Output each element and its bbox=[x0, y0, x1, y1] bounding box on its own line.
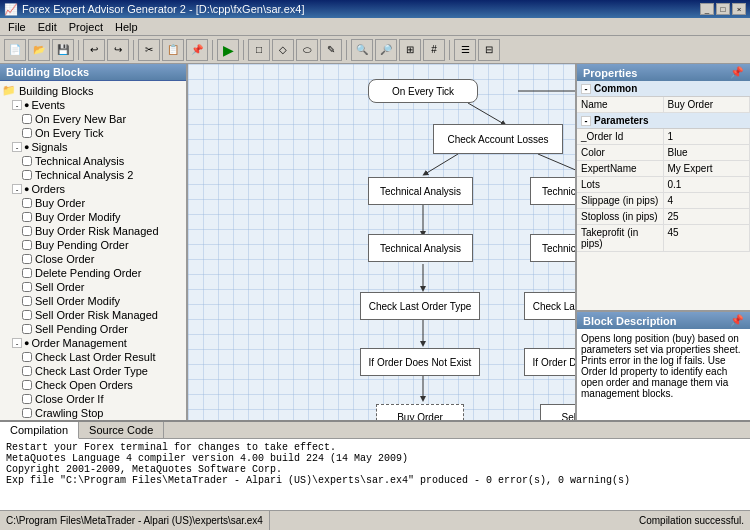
open-button[interactable]: 📂 bbox=[28, 39, 50, 61]
tree-item[interactable]: -●Order Management bbox=[2, 336, 184, 350]
tree-item[interactable]: Crawling Stop bbox=[2, 406, 184, 420]
tree-item[interactable]: Check Last Order Type bbox=[2, 364, 184, 378]
tree-item[interactable]: Close Order bbox=[2, 252, 184, 266]
close-button[interactable]: × bbox=[732, 3, 746, 15]
node-btn-4[interactable]: ✎ bbox=[320, 39, 342, 61]
parameters-section[interactable]: - Parameters bbox=[577, 113, 750, 129]
node-tech-analysis-3[interactable]: Technical Analysis bbox=[368, 234, 473, 262]
node-btn-2[interactable]: ◇ bbox=[272, 39, 294, 61]
tree-item[interactable]: Buy Order Modify bbox=[2, 210, 184, 224]
maximize-button[interactable]: □ bbox=[716, 3, 730, 15]
node-check-last-order-1[interactable]: Check Last Order Type bbox=[360, 292, 480, 320]
canvas-area[interactable]: On Every Tick Print Info to Chart Check … bbox=[188, 64, 575, 420]
paste-button[interactable]: 📌 bbox=[186, 39, 208, 61]
node-check-last-order-2[interactable]: Check Last Order Type bbox=[524, 292, 575, 320]
tree-item[interactable]: Sell Order Risk Managed bbox=[2, 308, 184, 322]
menu-project[interactable]: Project bbox=[63, 19, 109, 35]
tree-item[interactable]: Buy Order Risk Managed bbox=[2, 224, 184, 238]
zoom-in-button[interactable]: 🔍 bbox=[351, 39, 373, 61]
toolbar: 📄 📂 💾 ↩ ↪ ✂ 📋 📌 ▶ □ ◇ ⬭ ✎ 🔍 🔎 ⊞ # ☰ ⊟ bbox=[0, 36, 750, 64]
tab-compilation[interactable]: Compilation bbox=[0, 422, 79, 439]
right-panel: Properties 📌 - Common Name Buy Order - P… bbox=[575, 64, 750, 420]
tree-item[interactable]: Check Last Order Result bbox=[2, 350, 184, 364]
toolbar-separator-1 bbox=[78, 40, 79, 60]
toolbar-separator-2 bbox=[133, 40, 134, 60]
tree-item[interactable]: Sell Pending Order bbox=[2, 322, 184, 336]
prop-key-stoploss: Stoploss (in pips) bbox=[577, 209, 664, 224]
cut-button[interactable]: ✂ bbox=[138, 39, 160, 61]
building-blocks-title: Building Blocks bbox=[0, 64, 186, 81]
tree-item[interactable]: Sell Order bbox=[2, 280, 184, 294]
menu-help[interactable]: Help bbox=[109, 19, 144, 35]
toolbar-separator-3 bbox=[212, 40, 213, 60]
common-section[interactable]: - Common bbox=[577, 81, 750, 97]
prop-val-name[interactable]: Buy Order bbox=[664, 97, 751, 112]
prop-val-slippage[interactable]: 4 bbox=[664, 193, 751, 208]
properties-grid: - Common Name Buy Order - Parameters _Or… bbox=[577, 81, 750, 310]
prop-row-color: Color Blue bbox=[577, 145, 750, 161]
properties-pin-icon[interactable]: 📌 bbox=[730, 66, 744, 79]
node-check-account-losses[interactable]: Check Account Losses bbox=[433, 124, 563, 154]
app-title: Forex Expert Advisor Generator 2 - [D:\c… bbox=[22, 3, 304, 15]
prop-val-expertname[interactable]: My Expert bbox=[664, 161, 751, 176]
prop-key-lots: Lots bbox=[577, 177, 664, 192]
tree-item[interactable]: Close Order If bbox=[2, 392, 184, 406]
app-icon: 📈 bbox=[4, 3, 18, 16]
prop-val-color[interactable]: Blue bbox=[664, 145, 751, 160]
parameters-expand-icon[interactable]: - bbox=[581, 116, 591, 126]
tab-source-code[interactable]: Source Code bbox=[79, 422, 164, 438]
tree-item[interactable]: -●Orders bbox=[2, 182, 184, 196]
tree-item[interactable]: Delete Pending Order bbox=[2, 266, 184, 280]
run-button[interactable]: ▶ bbox=[217, 39, 239, 61]
tree-item[interactable]: Buy Pending Order bbox=[2, 238, 184, 252]
tree-item[interactable]: -●Signals bbox=[2, 140, 184, 154]
node-btn-1[interactable]: □ bbox=[248, 39, 270, 61]
window-controls[interactable]: _ □ × bbox=[700, 3, 746, 15]
prop-val-lots[interactable]: 0.1 bbox=[664, 177, 751, 192]
tree-item[interactable]: Check Open Orders bbox=[2, 378, 184, 392]
distribute-button[interactable]: ⊟ bbox=[478, 39, 500, 61]
zoom-out-button[interactable]: 🔎 bbox=[375, 39, 397, 61]
tree-item[interactable]: -●Events bbox=[2, 98, 184, 112]
redo-button[interactable]: ↪ bbox=[107, 39, 129, 61]
svg-line-1 bbox=[468, 103, 504, 124]
svg-line-3 bbox=[538, 154, 575, 174]
save-button[interactable]: 💾 bbox=[52, 39, 74, 61]
node-sell-order[interactable]: Sell Order bbox=[540, 404, 575, 420]
undo-button[interactable]: ↩ bbox=[83, 39, 105, 61]
node-tech-analysis-2[interactable]: Technical Analysis bbox=[530, 177, 575, 205]
common-expand-icon[interactable]: - bbox=[581, 84, 591, 94]
block-desc-pin-icon[interactable]: 📌 bbox=[730, 314, 744, 327]
tree-item[interactable]: Technical Analysis 2 bbox=[2, 168, 184, 182]
align-button[interactable]: ☰ bbox=[454, 39, 476, 61]
copy-button[interactable]: 📋 bbox=[162, 39, 184, 61]
node-buy-order[interactable]: Buy Order bbox=[376, 404, 464, 420]
node-on-every-tick[interactable]: On Every Tick bbox=[368, 79, 478, 103]
tree-item[interactable]: 📁Building Blocks bbox=[2, 83, 184, 98]
tree-area[interactable]: 📁Building Blocks-●EventsOn Every New Bar… bbox=[0, 81, 186, 420]
properties-title: Properties 📌 bbox=[577, 64, 750, 81]
menu-file[interactable]: File bbox=[2, 19, 32, 35]
new-button[interactable]: 📄 bbox=[4, 39, 26, 61]
minimize-button[interactable]: _ bbox=[700, 3, 714, 15]
node-if-order-2[interactable]: If Order Does Not Exist bbox=[524, 348, 575, 376]
tree-item[interactable]: On Every Tick bbox=[2, 126, 184, 140]
node-btn-3[interactable]: ⬭ bbox=[296, 39, 318, 61]
svg-line-2 bbox=[425, 154, 458, 174]
prop-val-stoploss[interactable]: 25 bbox=[664, 209, 751, 224]
tree-item[interactable]: Buy Order bbox=[2, 196, 184, 210]
node-if-order-1[interactable]: If Order Does Not Exist bbox=[360, 348, 480, 376]
prop-val-orderid[interactable]: 1 bbox=[664, 129, 751, 144]
tree-item[interactable]: Technical Analysis bbox=[2, 154, 184, 168]
prop-row-stoploss: Stoploss (in pips) 25 bbox=[577, 209, 750, 225]
tree-item[interactable]: Sell Order Modify bbox=[2, 294, 184, 308]
node-tech-analysis-1[interactable]: Technical Analysis bbox=[368, 177, 473, 205]
fit-button[interactable]: ⊞ bbox=[399, 39, 421, 61]
node-tech-analysis-4[interactable]: Technical Analysis bbox=[530, 234, 575, 262]
output-content: Restart your Forex terminal for changes … bbox=[0, 439, 750, 510]
prop-val-takeprofit[interactable]: 45 bbox=[664, 225, 751, 251]
grid-button[interactable]: # bbox=[423, 39, 445, 61]
menu-edit[interactable]: Edit bbox=[32, 19, 63, 35]
prop-row-slippage: Slippage (in pips) 4 bbox=[577, 193, 750, 209]
tree-item[interactable]: On Every New Bar bbox=[2, 112, 184, 126]
